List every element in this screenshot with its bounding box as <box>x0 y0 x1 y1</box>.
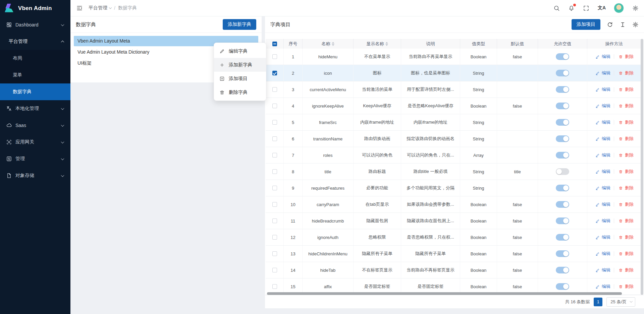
delete-button[interactable]: 删除 <box>618 234 634 240</box>
edit-button[interactable]: 编辑 <box>594 119 610 125</box>
row-height-icon[interactable] <box>619 21 626 28</box>
row-checkbox[interactable] <box>272 202 277 207</box>
horizontal-scrollbar-thumb[interactable] <box>267 292 622 295</box>
allow-empty-toggle[interactable] <box>556 267 569 273</box>
delete-button[interactable]: 删除 <box>618 152 634 158</box>
delete-button[interactable]: 删除 <box>618 54 634 60</box>
edit-button[interactable]: 编辑 <box>594 152 610 158</box>
translate-icon[interactable]: 文A <box>598 5 606 11</box>
add-item-button[interactable]: 添加项目 <box>572 19 600 30</box>
collapse-sidebar-icon[interactable] <box>76 4 83 12</box>
sidebar-item-layout[interactable]: 布局 <box>0 50 70 67</box>
row-checkbox[interactable] <box>272 153 277 158</box>
edit-button[interactable]: 编辑 <box>594 218 610 224</box>
delete-button[interactable]: 删除 <box>618 86 634 92</box>
allow-empty-toggle[interactable] <box>556 152 569 159</box>
edit-button[interactable]: 编辑 <box>594 267 610 273</box>
row-checkbox[interactable] <box>272 120 277 125</box>
delete-button[interactable]: 删除 <box>618 267 634 273</box>
allow-empty-toggle[interactable] <box>556 86 569 93</box>
delete-button[interactable]: 删除 <box>618 218 634 224</box>
allow-empty-toggle[interactable] <box>556 250 569 257</box>
row-checkbox[interactable] <box>272 251 277 256</box>
name-cell: roles <box>303 147 354 164</box>
allow-empty-toggle[interactable] <box>556 103 569 109</box>
delete-button[interactable]: 删除 <box>618 284 634 290</box>
settings-gear-icon[interactable] <box>632 5 639 11</box>
sort-icons[interactable] <box>332 42 334 46</box>
allow-empty-toggle[interactable] <box>556 201 569 208</box>
sort-icons[interactable] <box>385 42 388 46</box>
sidebar-item-management[interactable]: 管理 <box>0 150 70 167</box>
sidebar-item-platform-management[interactable]: 平台管理 <box>0 33 70 50</box>
breadcrumb-item[interactable]: 数据字典 <box>118 5 137 11</box>
sidebar-item-menu[interactable]: 菜单 <box>0 67 70 83</box>
delete-button[interactable]: 删除 <box>618 103 634 109</box>
edit-button[interactable]: 编辑 <box>594 169 610 175</box>
search-icon[interactable] <box>553 5 560 11</box>
allow-empty-toggle[interactable] <box>556 53 569 60</box>
page-number-button[interactable]: 1 <box>594 298 602 306</box>
context-menu-item[interactable]: 添加项目 <box>214 72 266 85</box>
app-logo[interactable]: Vben Admin <box>0 0 70 16</box>
edit-button[interactable]: 编辑 <box>594 234 610 240</box>
table-settings-gear-icon[interactable] <box>632 21 639 28</box>
allow-empty-toggle[interactable] <box>556 70 569 76</box>
row-checkbox[interactable] <box>272 235 277 240</box>
allow-empty-toggle[interactable] <box>556 119 569 126</box>
column-header[interactable]: 显示名称 <box>354 39 401 49</box>
allow-empty-toggle[interactable] <box>556 234 569 241</box>
row-checkbox[interactable] <box>272 186 277 190</box>
edit-button[interactable]: 编辑 <box>594 251 610 257</box>
row-checkbox[interactable] <box>272 169 277 174</box>
sidebar-item-saas[interactable]: Saas <box>0 117 70 134</box>
sidebar-item-object-storage[interactable]: 对象存储 <box>0 167 70 184</box>
edit-button[interactable]: 编辑 <box>594 86 610 92</box>
allow-empty-toggle[interactable] <box>556 217 569 224</box>
breadcrumb-item[interactable]: 平台管理 <box>89 5 111 11</box>
delete-button[interactable]: 删除 <box>618 201 634 207</box>
row-checkbox[interactable] <box>272 87 277 92</box>
delete-button[interactable]: 删除 <box>618 169 634 175</box>
row-checkbox[interactable] <box>272 268 277 272</box>
delete-button[interactable]: 删除 <box>618 70 634 76</box>
fullscreen-icon[interactable] <box>583 5 590 11</box>
edit-button[interactable]: 编辑 <box>594 54 610 60</box>
user-avatar[interactable] <box>614 3 624 13</box>
context-menu-item[interactable]: 删除字典 <box>214 85 266 99</box>
row-checkbox[interactable] <box>272 104 277 108</box>
edit-button[interactable]: 编辑 <box>594 103 610 109</box>
vertical-scrollbar[interactable] <box>641 39 643 295</box>
notification-bell-icon[interactable] <box>568 5 575 11</box>
context-menu-item[interactable]: 添加新字典 <box>214 58 266 72</box>
row-checkbox[interactable] <box>272 54 277 59</box>
edit-button[interactable]: 编辑 <box>594 70 610 76</box>
row-checkbox[interactable] <box>272 218 277 223</box>
sidebar-item-dashboard[interactable]: Dashboard <box>0 16 70 33</box>
delete-button[interactable]: 删除 <box>618 136 634 142</box>
edit-button[interactable]: 编辑 <box>594 284 610 290</box>
allow-empty-toggle[interactable] <box>556 185 569 191</box>
allow-empty-toggle[interactable] <box>556 168 569 175</box>
delete-button[interactable]: 删除 <box>618 251 634 257</box>
add-dictionary-button[interactable]: 添加新字典 <box>223 19 256 30</box>
allow-empty-toggle[interactable] <box>556 135 569 142</box>
sidebar-item-app-gateway[interactable]: 应用网关 <box>0 134 70 150</box>
edit-button[interactable]: 编辑 <box>594 136 610 142</box>
delete-button[interactable]: 删除 <box>618 185 634 191</box>
edit-button[interactable]: 编辑 <box>594 201 610 207</box>
row-checkbox[interactable] <box>272 284 277 289</box>
name-cell: currentActiveMenu <box>303 81 354 98</box>
allow-empty-toggle[interactable] <box>556 283 569 290</box>
select-all-checkbox[interactable] <box>272 42 277 46</box>
row-checkbox[interactable] <box>272 71 277 75</box>
context-menu-item[interactable]: 编辑字典 <box>214 44 266 58</box>
column-header[interactable]: 名称 <box>303 39 354 49</box>
edit-button[interactable]: 编辑 <box>594 185 610 191</box>
sidebar-item-data-dictionary[interactable]: 数据字典 <box>0 83 70 100</box>
row-checkbox[interactable] <box>272 136 277 141</box>
sidebar-item-localization[interactable]: 本地化管理 <box>0 100 70 117</box>
delete-button[interactable]: 删除 <box>618 119 634 125</box>
refresh-icon[interactable] <box>606 21 613 28</box>
page-size-select[interactable]: 25 条/页 <box>606 297 635 307</box>
